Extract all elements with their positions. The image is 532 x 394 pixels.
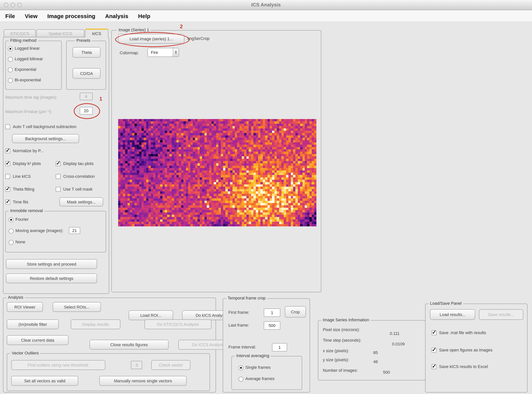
- display-k2-plots-checkbox[interactable]: [5, 161, 10, 166]
- temporal-crop-title: Temporal frame crop: [226, 296, 267, 300]
- radio-none[interactable]: [9, 240, 14, 245]
- presets-group: Presets Theta CD/DA: [66, 41, 106, 90]
- display-tau-plots-checkbox[interactable]: [56, 161, 61, 166]
- annotation-number-2: 2: [180, 23, 183, 29]
- menu-analysis[interactable]: Analysis: [105, 13, 128, 19]
- normalize-checkbox[interactable]: [5, 148, 10, 153]
- store-settings-button[interactable]: Store settings and proceed: [6, 259, 97, 269]
- first-frame-field[interactable]: 1: [264, 308, 280, 317]
- image-filename-label: imgSerCrop: [187, 36, 209, 41]
- frame-interval-label: Frame interval:: [228, 345, 256, 349]
- annotation-ellipse-1: [74, 103, 100, 119]
- normalize-label: Normalize by P...: [13, 148, 44, 153]
- radio-logged-linear[interactable]: [8, 46, 13, 51]
- radio-bi-exponential-label: Bi-exponential: [15, 78, 41, 82]
- line-kics-checkbox[interactable]: [5, 174, 10, 179]
- radio-moving-average[interactable]: [9, 229, 14, 233]
- num-images-label: Number of images:: [323, 368, 358, 373]
- time-step-label: Time step (seconds):: [323, 338, 361, 342]
- tab-kics[interactable]: kICS: [85, 29, 108, 37]
- auto-t-cell-checkbox[interactable]: [5, 124, 10, 129]
- save-figures-label: Save open figures as images: [439, 348, 492, 352]
- vector-outliers-title: Vector Outliers: [10, 351, 40, 355]
- display-results-button: Display results: [71, 319, 120, 329]
- cdda-preset-button[interactable]: CD/DA: [73, 68, 101, 79]
- save-excel-checkbox[interactable]: [431, 364, 436, 369]
- select-rois-button[interactable]: Select ROIs...: [53, 302, 101, 312]
- load-roi-button[interactable]: Load ROI...: [129, 310, 173, 320]
- menu-view[interactable]: View: [25, 13, 38, 19]
- series-info-title: Image Series Information: [321, 317, 371, 322]
- background-settings-button[interactable]: Background settings...: [12, 134, 79, 143]
- roi-viewer-button[interactable]: ROI Viewer: [7, 302, 43, 312]
- time-fits-label: Time fits: [13, 200, 28, 204]
- x-size-label: x size (pixels):: [323, 348, 349, 353]
- y-size-label: y size (pixels):: [323, 358, 349, 362]
- fitting-method-group: Fitting method Logged linear Logged bili…: [5, 41, 62, 90]
- radio-average-frames-label: Average frames: [245, 376, 274, 381]
- radio-logged-bilinear-label: Logged bilinear: [15, 57, 43, 61]
- window-title: ICS Analysis: [0, 2, 532, 8]
- mask-settings-button[interactable]: Mask settings...: [60, 197, 103, 206]
- max-k2-label: Maximum k²value (µm⁻²):: [5, 109, 52, 114]
- manual-remove-vectors-button[interactable]: Manually remove single vectors: [99, 376, 187, 386]
- theta-preset-button[interactable]: Theta: [73, 47, 101, 58]
- tab-spatial-iccs: Spatial ICCS: [36, 29, 84, 37]
- interval-averaging-group: Interval averaging Single frames Average…: [231, 356, 302, 390]
- last-frame-field[interactable]: 500: [264, 321, 280, 330]
- tab-stics: STIC(I)CS: [4, 29, 36, 37]
- time-fits-checkbox[interactable]: [5, 200, 10, 205]
- presets-title: Presets: [75, 38, 92, 42]
- radio-exponential[interactable]: [8, 67, 13, 72]
- save-mat-label: Save .mat file with results: [439, 330, 486, 335]
- x-size-value: 85: [373, 350, 378, 355]
- radio-fourier[interactable]: [9, 217, 14, 222]
- radio-exponential-label: Exponential: [15, 67, 36, 72]
- cross-correlation-checkbox[interactable]: [56, 174, 61, 179]
- ics-analysis-window: ICS Analysis File View Image processing …: [0, 0, 532, 394]
- y-size-value: 46: [373, 359, 378, 364]
- interval-averaging-title: Interval averaging: [235, 353, 271, 358]
- pixel-size-label: Pixel size (microns):: [323, 327, 360, 332]
- theta-fitting-checkbox[interactable]: [5, 187, 10, 192]
- t-cell-mask-checkbox[interactable]: [56, 187, 61, 192]
- immobile-filter-button[interactable]: (Im)mobile filter: [7, 319, 59, 329]
- cross-correlation-label: Cross-correlation: [63, 174, 95, 179]
- save-figures-checkbox[interactable]: [431, 348, 436, 353]
- crop-button[interactable]: Crop: [285, 306, 306, 317]
- clear-data-button[interactable]: Clear current data: [7, 335, 68, 345]
- series-info-group: Image Series Information Pixel size (mic…: [318, 320, 426, 380]
- moving-average-field[interactable]: 21: [69, 227, 80, 234]
- restore-defaults-button[interactable]: Restore default settings: [6, 274, 97, 283]
- menu-image-processing[interactable]: Image processing: [47, 13, 95, 19]
- pixel-size-value: 0.111: [390, 331, 400, 336]
- radio-moving-average-label: Moving average (images):: [15, 228, 63, 233]
- menu-file[interactable]: File: [5, 13, 15, 19]
- save-mat-checkbox[interactable]: [431, 330, 436, 335]
- radio-logged-bilinear[interactable]: [8, 57, 13, 62]
- max-time-lag-label: Maximum time lag (images):: [5, 95, 57, 99]
- menu-bar: File View Image processing Analysis Help: [0, 10, 532, 22]
- radio-single-frames[interactable]: [238, 365, 243, 370]
- radio-none-label: None: [15, 239, 25, 244]
- threshold-field: 3: [131, 361, 142, 369]
- display-tau-plots-label: Display tau plots: [63, 161, 93, 166]
- first-frame-label: First frame:: [228, 310, 249, 315]
- colormap-label: Colormap:: [120, 51, 139, 55]
- display-k2-plots-label: Display k² plots: [13, 161, 41, 166]
- t-cell-mask-label: Use T cell mask: [63, 187, 92, 191]
- menu-help[interactable]: Help: [138, 13, 150, 19]
- colormap-dropdown[interactable]: Fire ▲▼: [147, 48, 179, 57]
- set-vectors-valid-button[interactable]: Set all vectors as valid: [11, 376, 78, 386]
- radio-bi-exponential[interactable]: [8, 78, 13, 83]
- analysis-title: Analysis: [6, 295, 25, 300]
- close-figures-button[interactable]: Close results figures: [90, 340, 168, 350]
- load-save-title: Load/Save Panel: [429, 301, 463, 306]
- line-kics-label: Line kICS: [13, 174, 31, 179]
- title-bar: ICS Analysis: [0, 0, 532, 10]
- load-results-button[interactable]: Load results...: [430, 309, 475, 320]
- radio-average-frames[interactable]: [238, 377, 243, 382]
- dropdown-arrows-icon: ▲▼: [173, 48, 179, 57]
- heatmap-canvas: [118, 119, 316, 226]
- frame-interval-field[interactable]: 1: [272, 343, 287, 352]
